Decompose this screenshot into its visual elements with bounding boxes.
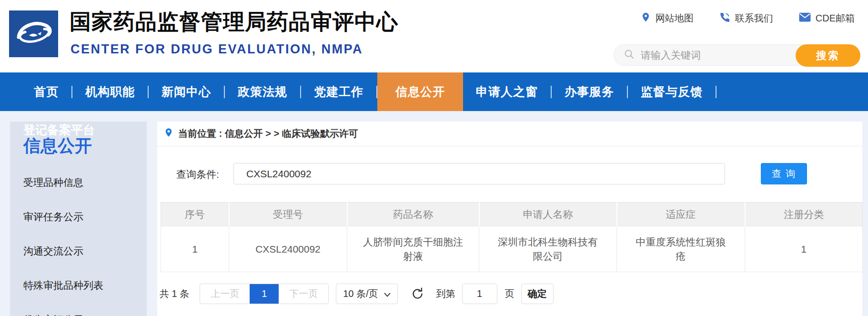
location-pin-icon [164, 127, 173, 141]
sidebar-item-accepted-varieties[interactable]: 受理品种信息 [23, 176, 147, 186]
phone-icon [719, 12, 730, 25]
sidebar-item-review-tasks[interactable]: 审评任务公示 [23, 210, 147, 221]
breadcrumb: 当前位置 : 信息公开 > > 临床试验默示许可 [157, 122, 862, 146]
cell-registration-class: 1 [745, 226, 863, 272]
sidebar-item-priority-review[interactable]: 优先审评公示 [23, 313, 147, 316]
mailbox-link[interactable]: CDE邮箱 [799, 12, 855, 25]
sitemap-label: 网站地图 [656, 12, 694, 25]
pager-group: 上一页 1 下一页 [200, 284, 329, 304]
query-condition-input[interactable] [233, 163, 725, 184]
sidebar-platform-title: 登记备案平台 [23, 123, 147, 136]
search-icon [624, 49, 635, 62]
nav-item-functions[interactable]: 机构职能 [72, 84, 148, 100]
mailbox-label: CDE邮箱 [816, 12, 855, 25]
cell-drug-name: 人脐带间充质干细胞注射液 [347, 226, 479, 272]
mail-icon [799, 12, 811, 24]
cell-acceptance-no: CXSL2400092 [229, 226, 347, 272]
refresh-icon[interactable] [411, 287, 424, 300]
content-area: 登记备案平台 信息公开 受理品种信息 审评任务公示 沟通交流公示 特殊审批品种列… [0, 111, 868, 316]
col-header-registration-class: 注册分类 [745, 203, 863, 226]
map-pin-icon [641, 11, 651, 25]
sidebar-section-title: 信息公开 [23, 137, 147, 155]
page-subtitle: CENTER FOR DRUG EVALUATION, NMPA [71, 42, 363, 57]
cell-applicant: 深圳市北科生物科技有限公司 [479, 226, 617, 272]
col-header-drug-name: 药品名称 [347, 203, 479, 226]
total-count-label: 共 1 条 [160, 287, 189, 300]
prev-page-button[interactable]: 上一页 [200, 284, 250, 304]
results-table: 序号 受理号 药品名称 申请人名称 适应症 注册分类 1 CXSL2400092… [161, 202, 863, 272]
nav-item-services[interactable]: 办事服务 [552, 84, 627, 100]
breadcrumb-text: 当前位置 : 信息公开 > > 临床试验默示许可 [178, 127, 358, 140]
main-panel: 当前位置 : 信息公开 > > 临床试验默示许可 查询条件: 查 询 序号 受理… [157, 122, 862, 316]
page-title: 国家药品监督管理局药品审评中心 [70, 8, 398, 36]
cell-seq: 1 [161, 226, 229, 272]
table-row: 1 CXSL2400092 人脐带间充质干细胞注射液 深圳市北科生物科技有限公司… [161, 226, 863, 272]
sitemap-link[interactable]: 网站地图 [641, 11, 694, 25]
col-header-acceptance-no: 受理号 [229, 203, 347, 226]
goto-page-input[interactable] [462, 284, 497, 304]
table-header-row: 序号 受理号 药品名称 申请人名称 适应症 注册分类 [161, 203, 863, 226]
sidebar-item-special-approval[interactable]: 特殊审批品种列表 [23, 279, 147, 289]
goto-page-label: 到第 [436, 287, 455, 300]
nav-item-supervision[interactable]: 监督与反馈 [628, 84, 716, 100]
query-condition-label: 查询条件: [176, 168, 219, 181]
nav-item-policy[interactable]: 政策法规 [225, 84, 300, 100]
nav-item-news[interactable]: 新闻中心 [149, 84, 224, 100]
cde-logo [9, 10, 58, 57]
next-page-button[interactable]: 下一页 [279, 284, 328, 304]
contact-label: 联系我们 [735, 12, 773, 25]
search-button[interactable]: 搜索 [796, 44, 860, 67]
contact-link[interactable]: 联系我们 [719, 12, 773, 25]
confirm-button[interactable]: 确定 [521, 284, 554, 304]
search-input[interactable] [641, 50, 793, 61]
col-header-applicant: 申请人名称 [479, 203, 617, 226]
sidebar-item-communication[interactable]: 沟通交流公示 [23, 245, 147, 255]
col-header-indication: 适应症 [617, 203, 745, 226]
site-search-bar: 搜索 [614, 44, 860, 66]
site-header: 国家药品监督管理局药品审评中心 CENTER FOR DRUG EVALUATI… [0, 0, 868, 72]
col-header-seq: 序号 [161, 203, 229, 226]
page-size-value: 10 条/页 [343, 287, 378, 300]
goto-page-unit: 页 [505, 287, 515, 300]
cell-indication: 中重度系统性红斑狼疮 [617, 226, 745, 272]
nav-item-party[interactable]: 党建工作 [301, 84, 376, 100]
sidebar-menu: 受理品种信息 审评任务公示 沟通交流公示 特殊审批品种列表 优先审评公示 [23, 176, 147, 316]
current-page-button[interactable]: 1 [250, 284, 279, 304]
nav-item-applicant-window[interactable]: 申请人之窗 [463, 84, 551, 100]
main-nav: 首页 机构职能 新闻中心 政策法规 党建工作 信息公开 申请人之窗 办事服务 监… [0, 72, 868, 111]
sidebar: 登记备案平台 信息公开 受理品种信息 审评任务公示 沟通交流公示 特殊审批品种列… [10, 122, 147, 316]
page-size-select[interactable]: 10 条/页 [336, 284, 397, 304]
nav-item-info-disclosure[interactable]: 信息公开 [377, 72, 463, 111]
query-button[interactable]: 查 询 [761, 163, 807, 184]
nav-separator [716, 86, 717, 98]
chevron-down-icon [384, 288, 391, 299]
pagination: 共 1 条 上一页 1 下一页 10 条/页 到第 页 确定 [160, 284, 554, 304]
header-quick-links: 网站地图 联系我们 CDE邮箱 [641, 11, 855, 25]
nav-item-home[interactable]: 首页 [21, 84, 71, 100]
